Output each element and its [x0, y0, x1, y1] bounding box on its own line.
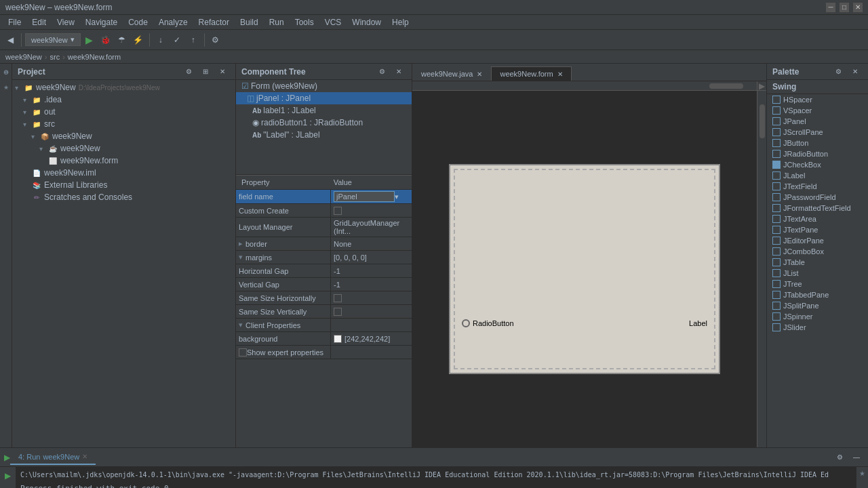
jlabel-checkbox[interactable]: [772, 171, 781, 180]
menu-tools[interactable]: Tools: [290, 16, 319, 28]
jlist-checkbox[interactable]: [772, 269, 781, 277]
comp-item-jpanel[interactable]: ◫ jPanel : JPanel: [236, 92, 412, 104]
palette-item-jscrollpane[interactable]: JScrollPane: [767, 127, 868, 138]
same-horiz-checkbox[interactable]: [334, 294, 342, 302]
tree-item-week9new-folder[interactable]: ▾ 📦 week9New: [12, 130, 235, 142]
palette-item-jsplitpane[interactable]: JSplitPane: [767, 300, 868, 311]
java-tab-close[interactable]: ✕: [477, 70, 482, 78]
border-expand-icon[interactable]: ▸: [239, 239, 243, 248]
menu-refactor[interactable]: Refactor: [193, 16, 235, 28]
settings-button[interactable]: ⚙: [208, 33, 223, 47]
jspinner-checkbox[interactable]: [772, 312, 781, 321]
project-expand-icon[interactable]: ⊞: [198, 64, 213, 79]
run-stop-button[interactable]: ■: [2, 483, 14, 488]
palette-item-jlist[interactable]: JList: [767, 268, 868, 279]
background-color-swatch[interactable]: [334, 335, 342, 343]
palette-item-jslider[interactable]: JSlider: [767, 322, 868, 333]
jtree-checkbox[interactable]: [772, 280, 781, 288]
profile-button[interactable]: ⚡: [131, 33, 146, 47]
scroll-right-btn[interactable]: ▶: [757, 81, 766, 91]
margins-expand-icon[interactable]: ▾: [239, 253, 243, 262]
palette-item-jspinner[interactable]: JSpinner: [767, 311, 868, 322]
jscrollpane-checkbox[interactable]: [772, 128, 781, 136]
project-close-icon[interactable]: ✕: [215, 64, 230, 79]
palette-item-jpanel[interactable]: JPanel: [767, 116, 868, 127]
menu-code[interactable]: Code: [123, 16, 153, 28]
palette-item-jcombobox[interactable]: JComboBox: [767, 246, 868, 257]
vcs-push-button[interactable]: ↑: [186, 33, 201, 47]
jtable-checkbox[interactable]: [772, 258, 781, 266]
form-preview-inner[interactable]: RadioButton Label: [454, 169, 715, 369]
menu-build[interactable]: Build: [235, 16, 264, 28]
palette-item-jtextpane[interactable]: JTextPane: [767, 224, 868, 235]
jtextfield-checkbox[interactable]: [772, 182, 781, 190]
jpanel-checkbox[interactable]: [772, 117, 781, 125]
jcombobox-checkbox[interactable]: [772, 247, 781, 256]
structure-icon[interactable]: ❶: [1, 66, 11, 79]
palette-item-jbutton[interactable]: JButton: [767, 138, 868, 148]
client-props-expand-icon[interactable]: ▾: [239, 321, 243, 329]
same-vert-checkbox[interactable]: [334, 308, 342, 316]
menu-analyze[interactable]: Analyze: [153, 16, 193, 28]
menu-view[interactable]: View: [52, 16, 80, 28]
jsplitpane-checkbox[interactable]: [772, 302, 781, 310]
tree-item-week9new-form[interactable]: ⬜ week9New.form: [12, 155, 235, 167]
tree-item-week9new-java[interactable]: ▾ ☕ week9New: [12, 142, 235, 155]
comp-tree-settings-icon[interactable]: ⚙: [374, 64, 389, 79]
breadcrumb-file[interactable]: week9New.form: [68, 53, 121, 61]
show-expert-checkbox[interactable]: [239, 348, 247, 357]
favorites-icon[interactable]: ★: [1, 81, 11, 94]
tree-item-external-libs[interactable]: 📚 External Libraries: [12, 179, 235, 191]
vertical-scrollbar[interactable]: [757, 91, 766, 447]
palette-item-jtextarea[interactable]: JTextArea: [767, 214, 868, 224]
tree-item-src[interactable]: ▾ 📁 src: [12, 118, 235, 130]
jtextarea-checkbox[interactable]: [772, 215, 781, 223]
tab-form[interactable]: week9New.form ✕: [491, 66, 571, 81]
debug-button[interactable]: 🐞: [98, 33, 113, 47]
run-button[interactable]: ▶: [82, 33, 97, 47]
tree-item-out[interactable]: ▾ 📁 out: [12, 106, 235, 118]
palette-settings-icon[interactable]: ⚙: [831, 64, 846, 79]
prop-dropdown-icon[interactable]: ▾: [395, 192, 399, 201]
palette-item-jtree[interactable]: JTree: [767, 279, 868, 289]
favorites-side-icon[interactable]: ★: [859, 470, 865, 477]
breadcrumb-project[interactable]: week9New: [5, 53, 42, 61]
custom-create-checkbox[interactable]: [334, 207, 342, 215]
jeditorpane-checkbox[interactable]: [772, 237, 781, 245]
tree-item-scratches[interactable]: ✏ Scratches and Consoles: [12, 191, 235, 203]
minimize-button[interactable]: ─: [826, 3, 835, 12]
horizontal-scrollbar[interactable]: ▶: [412, 81, 766, 91]
menu-vcs[interactable]: VCS: [319, 16, 347, 28]
project-gear-icon[interactable]: ⚙: [181, 64, 196, 79]
run-settings-icon[interactable]: ⚙: [832, 450, 847, 465]
palette-item-jtable[interactable]: JTable: [767, 257, 868, 268]
tree-item-iml[interactable]: 📄 week9New.iml: [12, 167, 235, 179]
menu-file[interactable]: File: [3, 16, 26, 28]
palette-close-icon[interactable]: ✕: [848, 64, 863, 79]
run-play-button[interactable]: ▶: [2, 470, 14, 482]
maximize-button[interactable]: □: [840, 3, 849, 12]
coverage-button[interactable]: ☂: [115, 33, 130, 47]
vcs-commit-button[interactable]: ✓: [170, 33, 184, 47]
comp-item-label1[interactable]: Ab label1 : JLabel: [236, 104, 412, 117]
vcs-update-button[interactable]: ↓: [153, 33, 168, 47]
menu-run[interactable]: Run: [264, 16, 290, 28]
menu-window[interactable]: Window: [347, 16, 387, 28]
run-tab-active[interactable]: 4: Run week9New ✕: [10, 450, 96, 465]
comp-item-form[interactable]: ☑ Form (week9New): [236, 80, 412, 92]
jformattedtextfield-checkbox[interactable]: [772, 204, 781, 212]
jtabbedpane-checkbox[interactable]: [772, 291, 781, 299]
palette-item-vspacer[interactable]: VSpacer: [767, 105, 868, 116]
form-tab-close[interactable]: ✕: [557, 70, 563, 78]
palette-item-jtextfield[interactable]: JTextField: [767, 181, 868, 192]
scroll-thumb-v[interactable]: [760, 104, 765, 138]
palette-item-jformattedtextfield[interactable]: JFormattedTextField: [767, 203, 868, 214]
jtextpane-checkbox[interactable]: [772, 226, 781, 234]
jradiobutton-checkbox[interactable]: [772, 150, 781, 158]
menu-edit[interactable]: Edit: [26, 16, 52, 28]
jslider-checkbox[interactable]: [772, 323, 781, 331]
scroll-thumb-h[interactable]: [709, 83, 743, 89]
menu-navigate[interactable]: Navigate: [80, 16, 123, 28]
comp-item-radio[interactable]: ◉ radioButton1 : JRadioButton: [236, 117, 412, 129]
palette-item-jlabel[interactable]: JLabel: [767, 170, 868, 181]
